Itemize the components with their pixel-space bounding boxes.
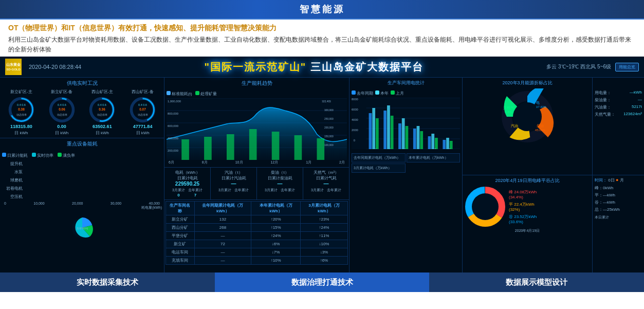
td-prev-2: — xyxy=(194,232,251,240)
stat-sub-3a: 3月累计 xyxy=(311,188,324,193)
peak-date: 2020年4月19日 xyxy=(465,228,590,233)
legend-label-1: 实时功率 xyxy=(37,153,53,158)
elec-title: 生产车间用电统计 xyxy=(352,80,460,86)
prod-x-2: 10月 xyxy=(235,160,243,165)
svg-text:8000: 8000 xyxy=(352,98,358,101)
td-prev-1: 268 xyxy=(194,224,251,232)
footer: 实时数据采集技术 数据治理打通技术 数据展示模型设计 xyxy=(0,272,644,292)
x-label-4: 40,000 xyxy=(149,202,160,205)
table-row: 西山分矿 268 ↑15% ↑24% xyxy=(166,224,348,232)
gauge-num-3: 47771.84 xyxy=(123,124,162,129)
gauge-xinli-backup: 新立矿区-备 0.4 0.6 0.06 动态倍率 0.00 日 kWh xyxy=(43,89,81,136)
energy-stat-label-3: 天然气量： xyxy=(595,112,615,117)
gauge-num-2: 63502.61 xyxy=(83,124,122,129)
dash-weather: 多云 3℃~19℃ 西北风 5~6级 xyxy=(546,63,611,70)
stat-value-1: — xyxy=(213,181,254,187)
peak-label-0: 峰 24.08万kWh(34.4%) xyxy=(509,189,537,199)
use-total-button[interactable]: 用能总览 xyxy=(615,63,639,71)
td-name-1: 西山分矿 xyxy=(166,224,195,232)
dash-title-suffix: 三山岛金矿大数据平台 xyxy=(310,61,424,72)
gauge-label-0: 新立矿区-主 xyxy=(2,89,41,95)
panel-mid-right: 生产车间用电统计 去年同期 本年 上月 8000 6000 xyxy=(349,78,463,272)
td-curr-3: ↓6% xyxy=(251,240,301,248)
energy-stats-section: 用电量： —kWh 柴油量： — 汽油量： 5217t 天然气量： xyxy=(593,78,644,175)
gauge-xishan-backup: 西山矿区-备 0.4 0.6 0.07 动态倍率 47771.84 日 kW xyxy=(123,89,162,136)
prod-x-0: 6月 xyxy=(169,160,174,165)
prod-x-labels: 6月 8月 10月 12月 1月 2月 xyxy=(167,160,347,165)
equip-row-0: 提升机 xyxy=(2,161,162,167)
svg-rect-27 xyxy=(181,139,189,160)
gauges-section-title: 供电实时工况 xyxy=(2,80,162,87)
equip-name-0: 提升机 xyxy=(2,161,23,167)
prod-title: 生产能耗趋势 xyxy=(167,80,347,87)
svg-rect-64 xyxy=(406,126,409,149)
gauge-xinli-main: 新立矿区-主 0.4 0.6 0.38 动态倍率 118315.80 日 k xyxy=(2,89,41,136)
svg-text:0.38: 0.38 xyxy=(18,108,25,112)
text-section: OT（物理世界）和IT（信息世界）有效打通，快速感知、提升能耗管理智慧决策能力 … xyxy=(0,20,644,57)
stat-item-1: 汽油（t） 日累计汽油耗 — 3月累计 去年累计 xyxy=(211,168,257,199)
footer-item-1: 数据治理打通技术 xyxy=(215,272,430,292)
time-stat-2: 谷：—kWh xyxy=(595,199,642,205)
x-label-3: 30,000 xyxy=(111,202,121,205)
equip-row-4: 空压机 xyxy=(2,194,162,199)
energy-stat-value-2: 5217t xyxy=(632,104,642,110)
equip-name-1: 水泵 xyxy=(2,169,23,175)
equip-bars: 提升机 水泵 xyxy=(2,161,162,199)
elec-mini-0: 去年同期累计电耗（万kWh） xyxy=(352,153,406,162)
time-stat-4: 本日累计 xyxy=(595,215,642,220)
svg-text:0.4 0.6: 0.4 0.6 xyxy=(138,104,147,107)
svg-rect-68 xyxy=(428,136,431,149)
elec-legend: 去年同期 本年 上月 xyxy=(352,87,460,97)
td-curr-4: ↓7% xyxy=(251,248,301,257)
th-curr: 本年累计电耗（万kWh） xyxy=(251,202,301,215)
table-row: 充填车间 — ↑10% ↑6% xyxy=(166,257,348,265)
svg-rect-63 xyxy=(402,118,405,149)
gauge-kwh-0: 日 kWh xyxy=(2,130,41,136)
dash-title-quote: "国际一流示范矿山" xyxy=(204,61,306,72)
svg-point-93 xyxy=(472,193,499,220)
stat-item-3: 天然气（m³） 日累计气耗 — 3月累计 去年累计 xyxy=(303,168,349,199)
panel-mid-left: 生产能耗趋势 标准能耗(t) 处理矿量 xyxy=(164,78,349,272)
svg-text:动态倍率: 动态倍率 xyxy=(57,113,67,116)
gauge-kwh-1: 日 kWh xyxy=(43,130,81,136)
stat-sub-1b: 去年累计 xyxy=(234,188,249,193)
gauge-kwh-3: 日 kWh xyxy=(123,130,162,136)
elec-mini-label-1: 本年累计电耗（万kWh） xyxy=(409,155,458,160)
stat-sub-2a: 3月累计 xyxy=(265,188,278,193)
gauge-circle-3: 0.4 0.6 0.07 动态倍率 xyxy=(128,96,157,124)
elec-mini-label-2: 3月累计电耗（万kWh） xyxy=(354,166,403,171)
svg-rect-32 xyxy=(295,135,302,160)
svg-rect-59 xyxy=(383,111,387,149)
th-month: 3月累计电耗（万kWh） xyxy=(300,202,347,215)
prod-table: 生产车间名称 去年同期累计电耗（万kWh） 本年累计电耗（万kWh） 3月累计电… xyxy=(165,201,348,265)
svg-text:45.03%: 45.03% xyxy=(535,129,546,132)
time-day: 0日 xyxy=(608,178,614,183)
header-title: 智慧能源 xyxy=(300,4,345,14)
prod-chart-area: 1,000,000 800,000 600,000 400,000 200,00… xyxy=(167,98,347,160)
peak-title: 2020年4月19日用电峰平谷占比 xyxy=(465,177,590,184)
gauge-num-0: 118315.80 xyxy=(2,124,41,129)
stat-sub-3b: 去年累计 xyxy=(327,188,341,193)
prod-x-3: 12月 xyxy=(270,160,278,165)
svg-text:200,000: 200,000 xyxy=(168,149,179,152)
peak-section: 2020年4月19日用电峰平谷占比 xyxy=(463,175,593,272)
table-row: 新立分矿 132 ↑20% ↑23% xyxy=(166,215,348,224)
equip-row-1: 水泵 xyxy=(2,169,162,175)
td-curr-0: ↑20% xyxy=(251,215,301,224)
donut-title: 2020年3月能源折标占比 xyxy=(465,80,590,86)
peak-labels: 峰 24.08万kWh(34.4%) 平 22.4万kWh(32%) 谷 23.… xyxy=(509,189,537,224)
energy-stat-row-1: 柴油量： — xyxy=(595,97,642,103)
time-dot: ● xyxy=(616,177,618,183)
svg-text:0.4 0.6: 0.4 0.6 xyxy=(17,104,26,107)
svg-text:800,000: 800,000 xyxy=(168,112,179,115)
production-chart: 生产能耗趋势 标准能耗(t) 处理矿量 xyxy=(164,78,349,168)
elec-mini-stats: 去年同期累计电耗（万kWh） 本年累计电耗（万kWh） 3月累计电耗（万kWh） xyxy=(352,153,460,173)
prod-x-4: 1月 xyxy=(306,160,311,165)
panel-left: 供电实时工况 新立矿区-主 0.4 0.6 0.38 动态倍率 xyxy=(0,78,164,272)
td-prev-5: — xyxy=(194,257,251,265)
stat-item-0: 电耗（kWh） 日累计电耗 229590.25 3月累计0 去年累计7 xyxy=(164,168,211,199)
td-month-1: ↑24% xyxy=(300,224,347,232)
gauges-section: 供电实时工况 新立矿区-主 0.4 0.6 0.38 动态倍率 xyxy=(0,78,164,138)
svg-rect-56 xyxy=(369,113,372,149)
svg-text:6000: 6000 xyxy=(352,108,358,111)
